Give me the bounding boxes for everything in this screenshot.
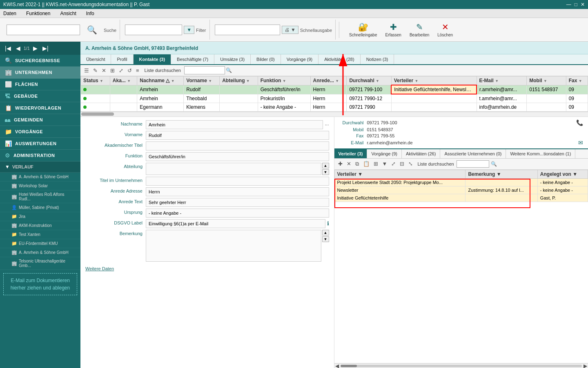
btb-search-icon[interactable]: 🔍 — [491, 161, 497, 167]
btb-del[interactable]: ✕ — [345, 160, 352, 168]
bt-col-angelegt[interactable]: Angelegt von ▼ — [537, 170, 588, 178]
nav-next[interactable]: ▶ — [31, 44, 39, 52]
verlauf-header[interactable]: ▼ VERLAUF — [0, 162, 80, 173]
hscroll-thumb[interactable] — [81, 112, 114, 116]
ursprung-input[interactable] — [146, 209, 329, 218]
table-search-input[interactable] — [184, 66, 225, 74]
bemerkung-scroll-down[interactable]: ▼ — [322, 236, 329, 242]
col-verteiler[interactable]: Verteiler ▼ — [391, 76, 477, 85]
sidebar-item-gebaeude[interactable]: 🏗 GEBÄUDE — [0, 90, 80, 102]
schnellausgabe-input[interactable] — [215, 25, 280, 35]
bottom-table-row[interactable]: Projekt Lebenswerte Stadt 2050: Projektg… — [334, 178, 588, 186]
table-search-icon[interactable]: 🔍 — [226, 67, 232, 73]
verlauf-item-3[interactable]: 👤 Müller, Sabine (Privat) — [0, 203, 80, 212]
sidebar-item-gemeinden[interactable]: 🏘 GEMEINDEN — [0, 114, 80, 126]
sidebar-item-wiedervorlagen[interactable]: 📋 WIEDERVORLAGEN — [0, 102, 80, 114]
table-btn-2[interactable]: ✕ — [100, 67, 107, 74]
col-fax[interactable]: Fax ▼ — [566, 76, 588, 85]
bt-col-verteiler[interactable]: Verteiler ▼ — [334, 170, 466, 178]
nachname-input[interactable] — [146, 120, 323, 129]
table-btn-0[interactable]: ☰ — [83, 67, 90, 74]
table-btn-6[interactable]: ≡ — [135, 67, 140, 74]
verlauf-item-2[interactable]: 🏢 Hotel Weißes Roß Alfons Rudl... — [0, 191, 80, 203]
menu-info[interactable]: Info — [85, 10, 96, 17]
tab-kontakte[interactable]: Kontakte (3) — [134, 54, 172, 64]
col-abteilung[interactable]: Abteilung ▼ — [220, 76, 258, 85]
nav-first[interactable]: |◀ — [3, 44, 13, 52]
verlauf-item-1[interactable]: 🏢 Workshop Solar — [0, 182, 80, 191]
col-email[interactable]: E-Mail ▼ — [477, 76, 527, 85]
funktion-input[interactable] — [146, 152, 329, 161]
tab-aktivitaeten[interactable]: Aktivitäten (28) — [318, 54, 360, 64]
btb-paste[interactable]: 📋 — [362, 160, 371, 168]
menu-daten[interactable]: Daten — [2, 10, 18, 17]
anrede-text-input[interactable] — [146, 198, 329, 207]
vorname-input[interactable] — [146, 131, 329, 140]
table-row[interactable]: Egermann Klemens - keine Angabe - Herrn … — [81, 103, 588, 111]
bemerkung-textarea[interactable] — [146, 230, 321, 262]
bt-col-bemerkung[interactable]: Bemerkung ▼ — [466, 170, 537, 178]
sidebar-item-unternehmen[interactable]: 🏢 UNTERNEHMEN — [0, 67, 80, 79]
schnelleingabe-button[interactable]: 🔐 Schnelleingabe — [346, 20, 380, 39]
table-hscroll[interactable] — [80, 112, 588, 117]
email-drop-zone[interactable]: E-Mail zum Dokumentieren hierher ziehen … — [3, 273, 77, 295]
sidebar-item-administration[interactable]: ⚙ ADMINISTRATION — [0, 150, 80, 162]
btb-filter[interactable]: ▼ — [381, 160, 389, 168]
table-row[interactable]: Amrhein Theobald Prokurist/in Herrn 0972… — [81, 94, 588, 103]
btb-copy[interactable]: ⧉ — [354, 160, 360, 168]
col-mobil[interactable]: Mobil ▼ — [527, 76, 566, 85]
bottom-table-row[interactable]: Newsletter Zustimmung: 14.8.10 auf l... … — [334, 186, 588, 194]
col-funktion[interactable]: Funktion ▼ — [258, 76, 310, 85]
verlauf-item-5[interactable]: 🏢 AKM-Konstruktion — [0, 221, 80, 230]
bottom-hscroll-left[interactable]: ◀ — [334, 363, 340, 368]
col-vorname[interactable]: Vorname ▼ — [184, 76, 220, 85]
tab-notizen[interactable]: Notizen (3) — [361, 54, 394, 64]
table-btn-4[interactable]: ⤢ — [118, 67, 125, 74]
sidebar-item-auswertungen[interactable]: 📊 AUSWERTUNGEN — [0, 138, 80, 150]
col-nachname[interactable]: Nachname △ ▼ — [137, 76, 184, 85]
btb-add[interactable]: ✚ — [337, 160, 344, 168]
sidebar-item-vorgaenge[interactable]: 📁 VORGÄNGE — [0, 126, 80, 138]
anrede-input[interactable] — [146, 187, 329, 196]
tab-vorgaenge[interactable]: Vorgänge (9) — [281, 54, 319, 64]
verlauf-item-7[interactable]: 📁 EU-Fördermittel KMU — [0, 239, 80, 248]
loeschen-button[interactable]: ✕ Löschen — [434, 20, 456, 39]
print-button[interactable]: 🖨 ▼ — [282, 26, 298, 34]
bemerkung-scroll-up[interactable]: ▲ — [322, 230, 329, 236]
dsgvo-input[interactable] — [146, 219, 325, 228]
verlauf-item-4[interactable]: 📁 Jira — [0, 212, 80, 221]
erfassen-button[interactable]: ✚ Erfassen — [382, 20, 404, 39]
table-btn-3[interactable]: ⊞ — [109, 67, 116, 74]
nachname-dots[interactable]: ··· — [325, 122, 329, 128]
nav-prev[interactable]: ◀ — [14, 44, 22, 52]
durchwahl-icon[interactable]: 📞 — [576, 119, 583, 126]
bottom-hscroll-thumb[interactable] — [341, 365, 357, 367]
btab-weitere-komm[interactable]: Weitere Komm...tionsdaten (1) — [506, 149, 575, 158]
nav-last[interactable]: ▶| — [41, 44, 50, 52]
filter-input[interactable] — [125, 25, 182, 35]
aktitel-input[interactable] — [146, 141, 329, 150]
search-button[interactable]: 🔍 — [82, 20, 102, 39]
btab-vorgaenge[interactable]: Vorgänge (9) — [367, 149, 402, 158]
abteilung-scroll-down[interactable]: ▼ — [322, 169, 329, 175]
table-btn-5[interactable]: ↺ — [126, 67, 133, 74]
abteilung-scroll-up[interactable]: ▲ — [322, 163, 329, 168]
col-aka[interactable]: Aka... ▼ — [110, 76, 137, 85]
verlauf-item-6[interactable]: 📁 Test Xanten — [0, 230, 80, 239]
search-input[interactable] — [7, 25, 80, 35]
btab-verteiler[interactable]: Verteiler (3) — [334, 149, 368, 158]
col-status[interactable]: Status ▼ — [81, 76, 110, 85]
maximize-btn[interactable]: □ — [575, 2, 577, 7]
tab-umsaetze[interactable]: Umsätze (3) — [214, 54, 251, 64]
sidebar-item-suchergebnisse[interactable]: 🔍 SUCHERGEBNISSE — [0, 55, 80, 67]
sidebar-item-flaechen[interactable]: ⬜ FLÄCHEN — [0, 79, 80, 90]
btb-search-input[interactable] — [457, 160, 489, 168]
col-durchwahl[interactable]: Durchwahl ▼ — [347, 76, 391, 85]
bottom-hscroll[interactable]: ◀ ▶ — [334, 363, 588, 368]
bearbeiten-button[interactable]: ✎ Bearbeiten — [406, 20, 432, 39]
tab-bilder[interactable]: Bilder (0) — [251, 54, 281, 64]
titel-input[interactable] — [146, 177, 329, 186]
bottom-hscroll-right[interactable]: ▶ — [583, 363, 588, 368]
btab-aktivitaeten[interactable]: Aktivitäten (26) — [402, 149, 440, 158]
menu-funktionen[interactable]: Funktionen — [24, 10, 52, 17]
